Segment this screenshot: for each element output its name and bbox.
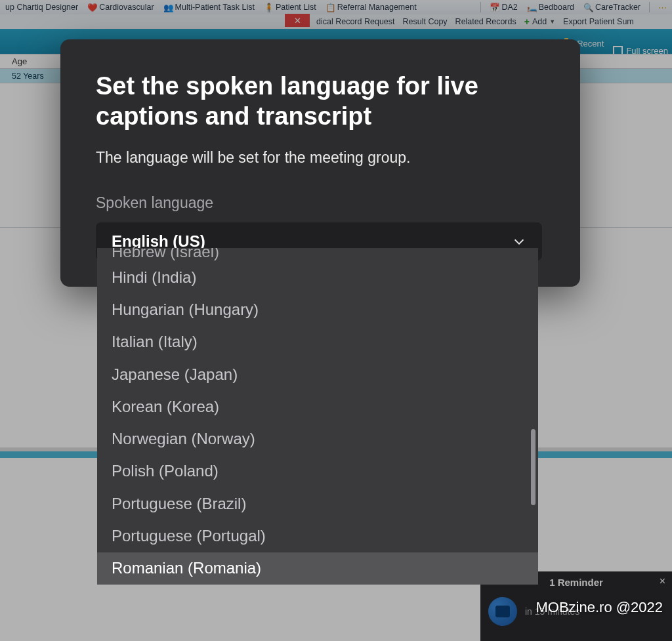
language-option[interactable]: Hungarian (Hungary) [97, 293, 538, 325]
option-label: Portuguese (Brazil) [112, 495, 246, 513]
bed-icon: 🛏️ [527, 3, 536, 12]
toolbar-label: Export Patient Sum [563, 17, 634, 26]
magnifier-icon: 🔍 [583, 3, 593, 12]
close-icon: × [660, 575, 665, 587]
option-label: Polish (Poland) [112, 462, 219, 480]
table-header-label: Age [12, 56, 27, 66]
toolbar-label: up Chartiq Designer [5, 3, 78, 12]
option-label: Italian (Italy) [112, 333, 198, 351]
clipboard-icon: 📋 [326, 3, 335, 12]
window-close-button[interactable]: ✕ [285, 14, 310, 27]
language-option[interactable]: Polish (Poland) [97, 455, 538, 487]
btn-result-copy[interactable]: Result Copy [400, 17, 450, 26]
people-icon: 👥 [163, 3, 173, 12]
option-label: Japanese (Japan) [112, 365, 238, 384]
close-icon: ✕ [294, 16, 301, 26]
reminder-close-button[interactable]: × [660, 575, 665, 587]
language-option[interactable]: Hindi (India) [97, 261, 538, 293]
option-label: Korean (Korea) [112, 398, 219, 416]
toolbar-label: Result Copy [403, 17, 448, 26]
toolbar-label: Referral Management [337, 3, 417, 12]
toolbar-patientlist[interactable]: 🧍 Patient List [261, 3, 319, 12]
toolbar-label: Multi-Patient Task List [175, 3, 255, 12]
toolbar-more[interactable]: ⋯ [656, 3, 669, 12]
toolbar-label: Patient List [276, 3, 316, 12]
btn-export-patient[interactable]: Export Patient Sum [560, 17, 637, 26]
toolbar-label: Bedboard [539, 3, 574, 12]
option-label: Romanian (Romania) [112, 559, 261, 577]
field-label-spoken-language: Spoken language [96, 194, 545, 212]
language-option[interactable]: Portuguese (Portugal) [97, 520, 538, 552]
toolbar-caretracker[interactable]: 🔍 CareTracker [581, 3, 643, 12]
calendar-avatar-icon [488, 597, 517, 626]
plus-icon: + [524, 17, 530, 26]
chevron-down-icon [512, 234, 526, 249]
toolbar-referral[interactable]: 📋 Referral Management [323, 3, 419, 12]
btn-medrecord-request[interactable]: dical Record Request [314, 17, 398, 26]
toolbar-label: dical Record Request [316, 17, 395, 26]
language-option[interactable]: Italian (Italy) [97, 326, 538, 358]
toolbar-da2[interactable]: 📅 DA2 [487, 3, 520, 12]
language-option[interactable]: Japanese (Japan) [97, 358, 538, 390]
chevron-down-icon: ▼ [549, 18, 555, 25]
heart-icon: ❤️ [87, 3, 96, 12]
toolbar-label: Cardiovascular [99, 3, 154, 12]
language-option[interactable]: Korean (Korea) [97, 390, 538, 423]
table-cell-value: 52 Years [12, 72, 44, 81]
option-label: Hungarian (Hungary) [112, 300, 259, 319]
toolbar-label: Related Records [455, 17, 516, 26]
toolbar-bedboard[interactable]: 🛏️ Bedboard [524, 3, 577, 12]
watermark-text: MOBzine.ro @2022 [536, 599, 663, 616]
language-option[interactable]: Romanian (Romania) [97, 552, 538, 585]
language-option-peek[interactable]: Hebrew (Israel) [97, 248, 538, 261]
toolbar-multipatient[interactable]: 👥 Multi-Patient Task List [161, 3, 257, 12]
btn-add[interactable]: + Add ▼ [522, 17, 558, 26]
toolbar-label: Recent [577, 39, 604, 49]
ehr-secondary-toolbar: dical Record Request Result Copy Related… [0, 14, 672, 29]
btn-related-records[interactable]: Related Records [453, 17, 519, 26]
toolbar-label: Add [532, 17, 547, 26]
option-label: Hebrew (Israel) [112, 248, 219, 261]
modal-subtitle: The language will be set for the meeting… [96, 149, 545, 167]
toolbar-label: CareTracker [595, 3, 640, 12]
patient-icon: 🧍 [264, 3, 273, 12]
toolbar-chartiq[interactable]: up Chartiq Designer [3, 3, 81, 12]
language-option[interactable]: Norwegian (Norway) [97, 423, 538, 455]
language-dropdown: Hebrew (Israel) Hindi (India)Hungarian (… [97, 248, 538, 585]
calendar-icon: 📅 [490, 3, 499, 12]
language-option[interactable]: Portuguese (Brazil) [97, 487, 538, 520]
option-label: Norwegian (Norway) [112, 430, 255, 448]
ehr-top-toolbar: up Chartiq Designer ❤️ Cardiovascular 👥 … [0, 0, 672, 14]
option-label: Hindi (India) [112, 268, 196, 287]
toolbar-label: DA2 [501, 3, 517, 12]
option-label: Portuguese (Portugal) [112, 527, 266, 545]
toolbar-cardiovascular[interactable]: ❤️ Cardiovascular [85, 3, 156, 12]
modal-title: Set the spoken language for live caption… [96, 71, 545, 132]
dropdown-scrollbar[interactable] [531, 429, 536, 505]
